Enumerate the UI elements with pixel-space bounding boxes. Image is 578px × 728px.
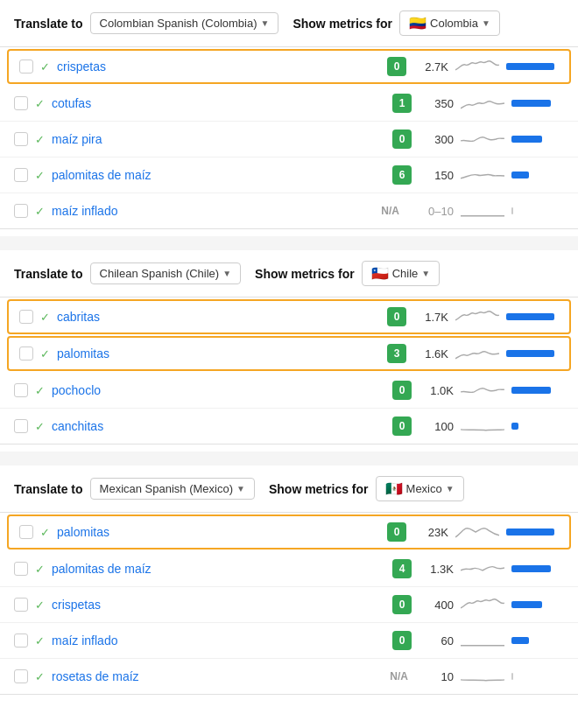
row-bar bbox=[511, 100, 551, 107]
row-bar-container bbox=[506, 350, 559, 357]
row-volume: 150 bbox=[419, 169, 454, 182]
row-checkbox[interactable] bbox=[14, 132, 28, 146]
row-checkbox[interactable] bbox=[14, 204, 28, 218]
table-row: ✓maíz inflado060 bbox=[0, 623, 578, 659]
row-bar bbox=[511, 565, 551, 572]
row-keyword-name[interactable]: rosetas de maíz bbox=[52, 669, 379, 683]
row-badge: 0 bbox=[392, 416, 412, 436]
translate-dropdown[interactable]: Chilean Spanish (Chile)▼ bbox=[90, 262, 241, 284]
metrics-dropdown[interactable]: 🇲🇽Mexico▼ bbox=[376, 476, 464, 501]
row-checkmark-icon: ✓ bbox=[40, 347, 50, 360]
row-keyword-name[interactable]: crispetas bbox=[57, 60, 380, 74]
section-header-colombia: Translate toColombian Spanish (Colombia)… bbox=[0, 0, 578, 46]
row-bar bbox=[511, 673, 513, 680]
row-bar bbox=[511, 207, 513, 214]
metrics-dropdown[interactable]: 🇨🇴Colombia▼ bbox=[399, 10, 500, 36]
row-keyword-name[interactable]: maíz inflado bbox=[52, 634, 385, 648]
row-bar-container bbox=[506, 63, 559, 70]
row-bar bbox=[511, 423, 518, 430]
row-checkbox[interactable] bbox=[14, 598, 28, 612]
row-bar bbox=[511, 136, 542, 143]
row-volume: 1.0K bbox=[419, 384, 454, 397]
table-row: ✓palomitas de maíz6150 bbox=[0, 158, 578, 193]
row-checkbox[interactable] bbox=[14, 168, 28, 182]
table-colombia: ✓crispetas02.7K✓cotufas1350✓maíz pira030… bbox=[0, 46, 578, 229]
row-bar-container bbox=[511, 207, 564, 214]
row-checkbox[interactable] bbox=[19, 346, 33, 360]
row-checkbox[interactable] bbox=[19, 525, 33, 539]
row-checkbox[interactable] bbox=[14, 96, 28, 110]
row-sparkline bbox=[461, 594, 504, 615]
row-checkmark-icon: ✓ bbox=[35, 384, 45, 397]
row-checkmark-icon: ✓ bbox=[35, 133, 45, 146]
row-checkmark-icon: ✓ bbox=[35, 169, 45, 182]
table-row: ✓palomitas de maíz41.3K bbox=[0, 551, 578, 587]
app: Translate toColombian Spanish (Colombia)… bbox=[0, 0, 578, 695]
row-volume: 100 bbox=[419, 420, 454, 433]
row-sparkline bbox=[461, 200, 504, 221]
translate-value: Colombian Spanish (Colombia) bbox=[100, 17, 257, 30]
chevron-down-icon: ▼ bbox=[222, 269, 231, 278]
row-keyword-name[interactable]: palomitas bbox=[57, 525, 380, 539]
row-keyword-name[interactable]: cabritas bbox=[57, 310, 380, 324]
metrics-dropdown[interactable]: 🇨🇱Chile▼ bbox=[362, 261, 441, 286]
chevron-down-icon: ▼ bbox=[236, 484, 245, 494]
table-row: ✓cabritas01.7K bbox=[7, 299, 571, 334]
row-sparkline bbox=[455, 306, 499, 327]
section-mexico: Translate toMexican Spanish (Mexico)▼Sho… bbox=[0, 466, 578, 695]
row-checkbox[interactable] bbox=[19, 310, 33, 324]
row-keyword-name[interactable]: pochoclo bbox=[52, 383, 385, 397]
row-sparkline bbox=[461, 164, 504, 186]
translate-dropdown[interactable]: Colombian Spanish (Colombia)▼ bbox=[90, 12, 279, 34]
row-checkmark-icon: ✓ bbox=[35, 97, 45, 110]
row-bar bbox=[506, 350, 554, 357]
row-badge: 0 bbox=[392, 130, 412, 149]
row-badge: 6 bbox=[392, 165, 412, 185]
row-sparkline bbox=[461, 666, 504, 687]
table-row: ✓crispetas02.7K bbox=[7, 49, 571, 84]
row-checkmark-icon: ✓ bbox=[35, 598, 45, 612]
row-bar-container bbox=[511, 423, 564, 430]
translate-to-label: Translate to bbox=[14, 482, 83, 496]
table-row: ✓maíz pira0300 bbox=[0, 122, 578, 158]
show-metrics-label: Show metrics for bbox=[269, 482, 369, 496]
row-bar-container bbox=[511, 601, 564, 608]
row-badge: 1 bbox=[392, 94, 412, 113]
row-volume: 400 bbox=[419, 598, 454, 612]
row-badge: 0 bbox=[387, 57, 406, 76]
row-badge-na: N/A bbox=[386, 667, 412, 686]
metrics-country: Chile bbox=[392, 267, 419, 280]
table-row: ✓palomitas023K bbox=[7, 514, 571, 550]
row-keyword-name[interactable]: maíz pira bbox=[52, 132, 385, 146]
translate-value: Chilean Spanish (Chile) bbox=[100, 267, 220, 280]
translate-dropdown[interactable]: Mexican Spanish (Mexico)▼ bbox=[90, 478, 255, 500]
row-keyword-name[interactable]: crispetas bbox=[52, 598, 385, 612]
section-divider bbox=[0, 452, 578, 466]
row-keyword-name[interactable]: cotufas bbox=[52, 96, 385, 110]
row-checkbox[interactable] bbox=[14, 562, 28, 576]
row-sparkline bbox=[455, 522, 499, 542]
row-keyword-name[interactable]: palomitas de maíz bbox=[52, 168, 385, 182]
row-keyword-name[interactable]: palomitas de maíz bbox=[52, 562, 385, 576]
row-checkmark-icon: ✓ bbox=[35, 420, 45, 433]
row-bar bbox=[506, 313, 554, 320]
row-keyword-name[interactable]: palomitas bbox=[57, 346, 380, 360]
show-metrics-label: Show metrics for bbox=[293, 17, 392, 31]
row-checkbox[interactable] bbox=[14, 669, 28, 683]
row-checkbox[interactable] bbox=[14, 383, 28, 397]
row-checkbox[interactable] bbox=[14, 419, 28, 433]
country-flag-icon: 🇲🇽 bbox=[385, 480, 403, 497]
row-checkbox[interactable] bbox=[14, 634, 28, 648]
row-checkbox[interactable] bbox=[19, 60, 33, 74]
row-keyword-name[interactable]: maíz inflado bbox=[52, 204, 370, 218]
table-chile: ✓cabritas01.7K✓palomitas31.6K✓pochoclo01… bbox=[0, 297, 578, 444]
row-bar-container bbox=[511, 637, 564, 644]
row-volume: 350 bbox=[419, 97, 454, 110]
row-bar-container bbox=[506, 313, 559, 320]
row-keyword-name[interactable]: canchitas bbox=[52, 419, 385, 433]
row-badge: 0 bbox=[392, 595, 412, 614]
row-bar-container bbox=[511, 387, 564, 394]
table-row: ✓cotufas1350 bbox=[0, 86, 578, 122]
row-bar-container bbox=[506, 528, 559, 536]
row-checkmark-icon: ✓ bbox=[35, 205, 45, 218]
